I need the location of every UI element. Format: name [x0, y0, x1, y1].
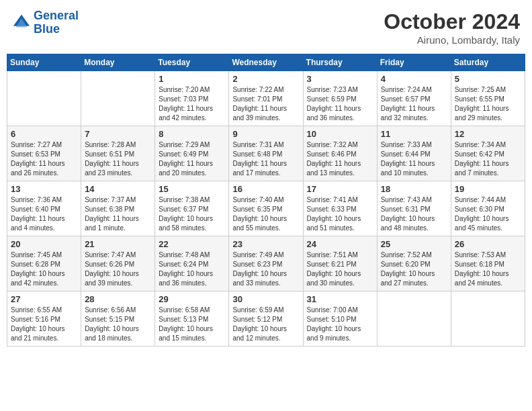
day-number: 24	[307, 239, 373, 249]
day-number: 19	[455, 184, 521, 194]
day-number: 13	[11, 184, 77, 194]
calendar-cell	[7, 71, 81, 126]
title-block: October 2024 Airuno, Lombardy, Italy	[384, 9, 520, 46]
calendar-cell: 28Sunrise: 6:56 AM Sunset: 5:15 PM Dayli…	[81, 291, 155, 347]
day-number: 12	[455, 129, 521, 139]
day-info: Sunrise: 7:27 AM Sunset: 6:53 PM Dayligh…	[11, 140, 77, 178]
day-number: 11	[381, 129, 447, 139]
day-number: 1	[159, 74, 225, 84]
day-info: Sunrise: 7:31 AM Sunset: 6:48 PM Dayligh…	[232, 140, 299, 178]
weekday-header-sunday: Sunday	[7, 54, 81, 71]
calendar-cell: 19Sunrise: 7:44 AM Sunset: 6:30 PM Dayli…	[451, 181, 525, 236]
day-info: Sunrise: 7:37 AM Sunset: 6:38 PM Dayligh…	[85, 195, 151, 233]
day-number: 10	[307, 129, 373, 139]
day-number: 6	[11, 129, 77, 139]
calendar-cell: 20Sunrise: 7:45 AM Sunset: 6:28 PM Dayli…	[7, 236, 81, 291]
calendar-cell: 1Sunrise: 7:20 AM Sunset: 7:03 PM Daylig…	[155, 71, 229, 126]
day-number: 3	[307, 74, 373, 84]
weekday-header-thursday: Thursday	[303, 54, 377, 71]
calendar-cell	[451, 291, 525, 347]
day-info: Sunrise: 7:32 AM Sunset: 6:46 PM Dayligh…	[307, 140, 373, 178]
day-info: Sunrise: 7:36 AM Sunset: 6:40 PM Dayligh…	[11, 195, 77, 233]
weekday-header-friday: Friday	[377, 54, 451, 71]
page-header: General Blue October 2024 Airuno, Lombar…	[7, 7, 525, 48]
calendar-cell: 30Sunrise: 6:59 AM Sunset: 5:12 PM Dayli…	[229, 291, 303, 347]
weekday-header-tuesday: Tuesday	[155, 54, 229, 71]
day-info: Sunrise: 6:56 AM Sunset: 5:15 PM Dayligh…	[85, 306, 151, 343]
day-info: Sunrise: 7:00 AM Sunset: 5:10 PM Dayligh…	[307, 306, 373, 343]
day-info: Sunrise: 7:53 AM Sunset: 6:18 PM Dayligh…	[455, 250, 521, 288]
day-number: 17	[307, 184, 373, 194]
calendar-cell: 26Sunrise: 7:53 AM Sunset: 6:18 PM Dayli…	[451, 236, 525, 291]
day-number: 8	[159, 129, 225, 139]
day-info: Sunrise: 7:41 AM Sunset: 6:33 PM Dayligh…	[307, 195, 373, 233]
calendar-cell: 24Sunrise: 7:51 AM Sunset: 6:21 PM Dayli…	[303, 236, 377, 291]
day-number: 9	[232, 129, 299, 139]
day-info: Sunrise: 7:23 AM Sunset: 6:59 PM Dayligh…	[307, 85, 373, 123]
day-number: 21	[85, 239, 151, 249]
day-number: 31	[307, 294, 373, 304]
day-number: 20	[11, 239, 77, 249]
calendar-table: SundayMondayTuesdayWednesdayThursdayFrid…	[7, 54, 525, 347]
day-info: Sunrise: 6:55 AM Sunset: 5:16 PM Dayligh…	[11, 306, 77, 343]
day-info: Sunrise: 7:25 AM Sunset: 6:55 PM Dayligh…	[455, 85, 521, 123]
calendar-cell: 5Sunrise: 7:25 AM Sunset: 6:55 PM Daylig…	[451, 71, 525, 126]
day-number: 28	[85, 294, 151, 304]
calendar-cell: 16Sunrise: 7:40 AM Sunset: 6:35 PM Dayli…	[229, 181, 303, 236]
day-number: 27	[11, 294, 77, 304]
logo: General Blue	[12, 9, 79, 36]
week-row-3: 13Sunrise: 7:36 AM Sunset: 6:40 PM Dayli…	[7, 181, 525, 236]
calendar-cell: 14Sunrise: 7:37 AM Sunset: 6:38 PM Dayli…	[81, 181, 155, 236]
calendar-cell: 4Sunrise: 7:24 AM Sunset: 6:57 PM Daylig…	[377, 71, 451, 126]
day-info: Sunrise: 6:58 AM Sunset: 5:13 PM Dayligh…	[159, 306, 225, 343]
day-number: 25	[381, 239, 447, 249]
calendar-cell: 10Sunrise: 7:32 AM Sunset: 6:46 PM Dayli…	[303, 126, 377, 181]
calendar-cell: 29Sunrise: 6:58 AM Sunset: 5:13 PM Dayli…	[155, 291, 229, 347]
day-info: Sunrise: 7:48 AM Sunset: 6:24 PM Dayligh…	[159, 250, 225, 288]
calendar-cell: 8Sunrise: 7:29 AM Sunset: 6:49 PM Daylig…	[155, 126, 229, 181]
week-row-4: 20Sunrise: 7:45 AM Sunset: 6:28 PM Dayli…	[7, 236, 525, 291]
day-number: 7	[85, 129, 151, 139]
day-number: 4	[381, 74, 447, 84]
day-number: 16	[232, 184, 299, 194]
weekday-header-wednesday: Wednesday	[229, 54, 303, 71]
day-number: 26	[455, 239, 521, 249]
day-info: Sunrise: 6:59 AM Sunset: 5:12 PM Dayligh…	[232, 306, 299, 343]
day-info: Sunrise: 7:51 AM Sunset: 6:21 PM Dayligh…	[307, 250, 373, 288]
day-info: Sunrise: 7:24 AM Sunset: 6:57 PM Dayligh…	[381, 85, 447, 123]
logo-text: General Blue	[34, 9, 79, 36]
weekday-header-row: SundayMondayTuesdayWednesdayThursdayFrid…	[7, 54, 525, 71]
week-row-1: 1Sunrise: 7:20 AM Sunset: 7:03 PM Daylig…	[7, 71, 525, 126]
calendar-cell: 25Sunrise: 7:52 AM Sunset: 6:20 PM Dayli…	[377, 236, 451, 291]
day-info: Sunrise: 7:45 AM Sunset: 6:28 PM Dayligh…	[11, 250, 77, 288]
day-info: Sunrise: 7:49 AM Sunset: 6:23 PM Dayligh…	[232, 250, 299, 288]
day-info: Sunrise: 7:52 AM Sunset: 6:20 PM Dayligh…	[381, 250, 447, 288]
day-number: 30	[232, 294, 299, 304]
day-number: 5	[455, 74, 521, 84]
day-info: Sunrise: 7:43 AM Sunset: 6:31 PM Dayligh…	[381, 195, 447, 233]
day-info: Sunrise: 7:33 AM Sunset: 6:44 PM Dayligh…	[381, 140, 447, 178]
week-row-2: 6Sunrise: 7:27 AM Sunset: 6:53 PM Daylig…	[7, 126, 525, 181]
week-row-5: 27Sunrise: 6:55 AM Sunset: 5:16 PM Dayli…	[7, 291, 525, 347]
day-info: Sunrise: 7:47 AM Sunset: 6:26 PM Dayligh…	[85, 250, 151, 288]
calendar-cell: 22Sunrise: 7:48 AM Sunset: 6:24 PM Dayli…	[155, 236, 229, 291]
calendar-cell	[377, 291, 451, 347]
weekday-header-saturday: Saturday	[451, 54, 525, 71]
calendar-cell: 3Sunrise: 7:23 AM Sunset: 6:59 PM Daylig…	[303, 71, 377, 126]
weekday-header-monday: Monday	[81, 54, 155, 71]
location: Airuno, Lombardy, Italy	[384, 34, 520, 46]
day-info: Sunrise: 7:40 AM Sunset: 6:35 PM Dayligh…	[232, 195, 299, 233]
calendar-cell: 13Sunrise: 7:36 AM Sunset: 6:40 PM Dayli…	[7, 181, 81, 236]
day-number: 2	[232, 74, 299, 84]
calendar-cell	[81, 71, 155, 126]
calendar-cell: 27Sunrise: 6:55 AM Sunset: 5:16 PM Dayli…	[7, 291, 81, 347]
calendar-cell: 2Sunrise: 7:22 AM Sunset: 7:01 PM Daylig…	[229, 71, 303, 126]
calendar-cell: 21Sunrise: 7:47 AM Sunset: 6:26 PM Dayli…	[81, 236, 155, 291]
day-number: 18	[381, 184, 447, 194]
calendar-cell: 23Sunrise: 7:49 AM Sunset: 6:23 PM Dayli…	[229, 236, 303, 291]
calendar-cell: 17Sunrise: 7:41 AM Sunset: 6:33 PM Dayli…	[303, 181, 377, 236]
logo-line2: Blue	[34, 22, 60, 36]
day-info: Sunrise: 7:22 AM Sunset: 7:01 PM Dayligh…	[232, 85, 299, 123]
day-number: 22	[159, 239, 225, 249]
day-number: 29	[159, 294, 225, 304]
